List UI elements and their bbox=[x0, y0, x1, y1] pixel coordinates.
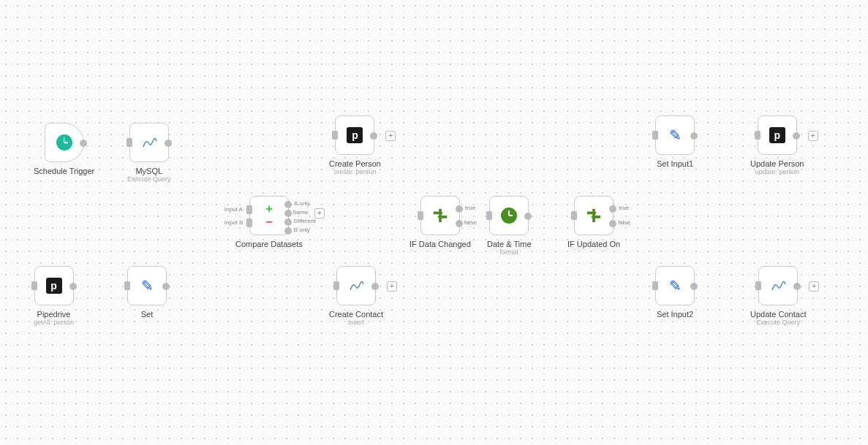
node-create-person[interactable]: p + Create Person create: person bbox=[329, 115, 381, 175]
port-label: A only bbox=[294, 200, 310, 207]
connectors bbox=[0, 0, 219, 110]
port-label: Same bbox=[293, 209, 308, 216]
node-date-time[interactable]: Date & Time format bbox=[487, 196, 532, 256]
node-update-contact[interactable]: + Update Contact Execute Query bbox=[750, 266, 806, 326]
port-label: Different bbox=[294, 218, 316, 224]
compare-icon: +− bbox=[260, 206, 279, 225]
node-if-updated-on[interactable]: true false IF Updated On bbox=[567, 196, 620, 248]
node-compare-datasets[interactable]: +− Input A Input B A only Same + Differe… bbox=[235, 196, 303, 248]
port-label: B only bbox=[294, 227, 310, 233]
workflow-canvas[interactable]: Schedule Trigger MySQL Execute Query p P… bbox=[0, 0, 868, 445]
node-sublabel: Insert bbox=[348, 319, 365, 326]
node-sublabel: Execute Query bbox=[127, 175, 171, 183]
node-sublabel: format bbox=[500, 248, 519, 256]
add-button[interactable]: + bbox=[809, 281, 819, 292]
node-set[interactable]: ✎ Set bbox=[127, 266, 167, 319]
mysql-icon bbox=[347, 276, 366, 295]
node-pipedrive[interactable]: p Pipedrive getAll: person bbox=[34, 266, 74, 326]
pipedrive-icon: p bbox=[345, 126, 364, 145]
node-label: Schedule Trigger bbox=[34, 167, 94, 175]
node-update-person[interactable]: p + Update Person update: person bbox=[750, 115, 804, 175]
node-sublabel: create: person bbox=[334, 168, 377, 175]
clock-icon bbox=[55, 133, 74, 152]
node-label: Set Input1 bbox=[657, 159, 693, 168]
node-set-input2[interactable]: ✎ Set Input2 bbox=[655, 266, 695, 319]
pen-icon: ✎ bbox=[665, 126, 684, 145]
node-label: Date & Time bbox=[487, 240, 532, 248]
node-create-contact[interactable]: + Create Contact Insert bbox=[329, 266, 383, 326]
node-label: Update Contact bbox=[750, 310, 806, 319]
svg-marker-5 bbox=[591, 216, 600, 218]
node-sublabel: getAll: person bbox=[34, 319, 74, 326]
mysql-icon bbox=[769, 276, 788, 295]
node-label: Compare Datasets bbox=[235, 240, 303, 248]
add-button[interactable]: + bbox=[387, 281, 397, 292]
add-button[interactable]: + bbox=[808, 131, 818, 141]
node-label: IF Updated On bbox=[567, 240, 620, 248]
node-if-data-changed[interactable]: true false IF Data Changed bbox=[410, 196, 471, 248]
add-button[interactable]: + bbox=[385, 131, 396, 141]
node-label: Create Person bbox=[329, 159, 381, 168]
node-set-input1[interactable]: ✎ Set Input1 bbox=[655, 115, 695, 168]
node-label: Pipedrive bbox=[37, 310, 71, 319]
svg-marker-1 bbox=[434, 212, 443, 215]
pen-icon: ✎ bbox=[665, 276, 684, 295]
svg-marker-2 bbox=[437, 216, 447, 218]
pipedrive-icon: p bbox=[45, 276, 64, 295]
mysql-icon bbox=[140, 133, 159, 152]
port-label: false bbox=[464, 219, 477, 226]
node-label: Set bbox=[141, 310, 154, 319]
node-schedule-trigger[interactable]: Schedule Trigger bbox=[34, 123, 94, 175]
signpost-icon bbox=[584, 206, 603, 225]
node-label: Create Contact bbox=[329, 310, 383, 319]
pipedrive-icon: p bbox=[768, 126, 787, 145]
node-label: IF Data Changed bbox=[410, 240, 471, 248]
port-label: true bbox=[465, 205, 475, 211]
port-label: true bbox=[619, 205, 629, 211]
clock-icon bbox=[499, 206, 518, 225]
node-label: Set Input2 bbox=[657, 310, 693, 319]
signpost-icon bbox=[431, 206, 450, 225]
port-label: Input B bbox=[224, 219, 243, 226]
node-sublabel: update: person bbox=[755, 168, 799, 175]
port-label: Input A bbox=[224, 206, 243, 213]
svg-marker-4 bbox=[587, 212, 597, 215]
node-label: MySQL bbox=[135, 167, 162, 175]
node-sublabel: Execute Query bbox=[756, 319, 800, 326]
node-mysql[interactable]: MySQL Execute Query bbox=[127, 123, 171, 183]
pen-icon: ✎ bbox=[137, 276, 156, 295]
add-button[interactable]: + bbox=[314, 208, 325, 218]
port-label: false bbox=[618, 219, 630, 226]
node-label: Update Person bbox=[750, 159, 804, 168]
